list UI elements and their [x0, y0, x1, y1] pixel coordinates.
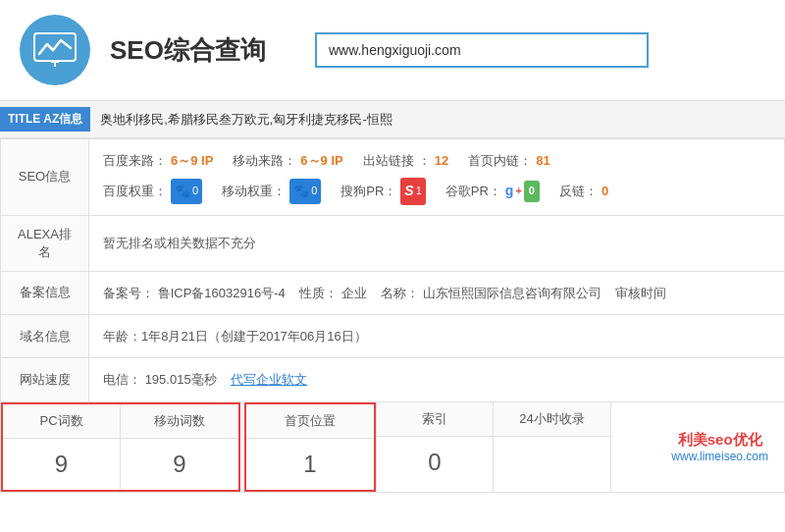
main-table: SEO信息 百度来路： 6～9 IP 移动来路： 6～9 IP 出站链接 ： 1… [0, 138, 785, 402]
mobile-weight: 移动权重： 🐾 0 [222, 179, 321, 203]
homepage-position-box: 首页位置 1 [246, 404, 374, 490]
baidu-weight-badge: 🐾 0 [171, 179, 202, 203]
seo-info-label: SEO信息 [1, 139, 89, 216]
index-value: 0 [418, 437, 450, 488]
brand-section: 利美seo优化 www.limeiseo.com [655, 402, 784, 492]
page-title-text: 奥地利移民,希腊移民叁万欧元,匈牙利捷克移民-恒熙 [100, 111, 392, 129]
domain-value: 年龄：1年8月21日（创建于2017年06月16日） [89, 314, 785, 357]
baidu-traffic: 百度来路： 6～9 IP [103, 149, 213, 172]
seo-info-value: 百度来路： 6～9 IP 移动来路： 6～9 IP 出站链接 ： 12 首页内链… [89, 139, 785, 216]
seo-info-row: SEO信息 百度来路： 6～9 IP 移动来路： 6～9 IP 出站链接 ： 1… [1, 139, 785, 216]
homepage-position-group: 首页位置 1 [244, 402, 376, 492]
site-title: SEO综合查询 [110, 33, 266, 68]
google-pr-badge: g+ 0 [505, 179, 540, 203]
homepage-position-value: 1 [293, 439, 326, 490]
write-article-link[interactable]: 代写企业软文 [231, 372, 307, 387]
index-header: 索引 [377, 402, 493, 437]
brand-url: www.limeiseo.com [671, 450, 768, 463]
mobile-weight-badge: 🐾 0 [289, 179, 321, 203]
backlinks: 反链： 0 [559, 180, 608, 202]
seo-line-2: 百度权重： 🐾 0 移动权重： 🐾 0 搜狗PR： S [103, 178, 770, 204]
logo [20, 15, 90, 85]
beian-label: 备案信息 [1, 271, 89, 314]
index-box: 索引 0 [376, 402, 494, 492]
url-input-wrap [315, 32, 765, 68]
homepage-position-header: 首页位置 [246, 404, 374, 439]
google-pr: 谷歌PR： g+ 0 [445, 179, 540, 203]
brand-name: 利美seo优化 [678, 431, 762, 450]
domain-row: 域名信息 年龄：1年8月21日（创建于2017年06月16日） [1, 314, 785, 357]
daily-collect-header: 24小时收录 [494, 402, 610, 437]
title-badge: TITLE AZ信息 [0, 107, 90, 132]
seo-line-1: 百度来路： 6～9 IP 移动来路： 6～9 IP 出站链接 ： 12 首页内链… [103, 149, 770, 172]
speed-value: 电信： 195.015毫秒 代写企业软文 [89, 358, 785, 401]
sogou-pr: 搜狗PR： S 1 [340, 178, 426, 204]
daily-collect-value [543, 437, 562, 460]
sogou-s-icon: S [404, 179, 413, 203]
mobile-words-box: 移动词数 9 [121, 404, 238, 490]
alexa-row: ALEXA排名 暂无排名或相关数据不充分 [1, 215, 785, 271]
sogou-pr-badge: S 1 [400, 178, 425, 204]
pc-words-value: 9 [45, 439, 78, 490]
outbound-links: 出站链接 ： 12 [363, 149, 448, 172]
alexa-label: ALEXA排名 [1, 215, 89, 271]
speed-row: 网站速度 电信： 195.015毫秒 代写企业软文 [1, 358, 785, 401]
stats-section: PC词数 9 移动词数 9 首页位置 1 索引 0 24小时收录 利美seo优化… [0, 402, 785, 493]
url-input[interactable] [315, 32, 649, 68]
mobile-traffic: 移动来路： 6～9 IP [233, 149, 342, 172]
mobile-words-header: 移动词数 [121, 404, 238, 439]
logo-icon [33, 32, 77, 68]
speed-label: 网站速度 [1, 358, 89, 401]
alexa-value: 暂无排名或相关数据不充分 [89, 215, 785, 271]
beian-row: 备案信息 备案号： 鲁ICP备16032916号-4 性质： 企业 名称： 山东… [1, 271, 785, 314]
homepage-links: 首页内链： 81 [468, 149, 550, 172]
domain-label: 域名信息 [1, 314, 89, 357]
paw-icon: 🐾 [175, 180, 190, 202]
pc-mobile-group: PC词数 9 移动词数 9 [1, 402, 240, 492]
header: SEO综合查询 [0, 0, 785, 100]
title-bar: TITLE AZ信息 奥地利移民,希腊移民叁万欧元,匈牙利捷克移民-恒熙 [0, 100, 785, 138]
pc-words-box: PC词数 9 [3, 404, 121, 490]
beian-value: 备案号： 鲁ICP备16032916号-4 性质： 企业 名称： 山东恒熙国际信… [89, 271, 785, 314]
pc-words-header: PC词数 [3, 404, 120, 439]
baidu-weight: 百度权重： 🐾 0 [103, 179, 202, 203]
daily-collect-box: 24小时收录 [494, 402, 611, 492]
g-icon: g [505, 179, 514, 203]
mobile-paw-icon: 🐾 [293, 180, 309, 202]
mobile-words-value: 9 [163, 439, 195, 490]
